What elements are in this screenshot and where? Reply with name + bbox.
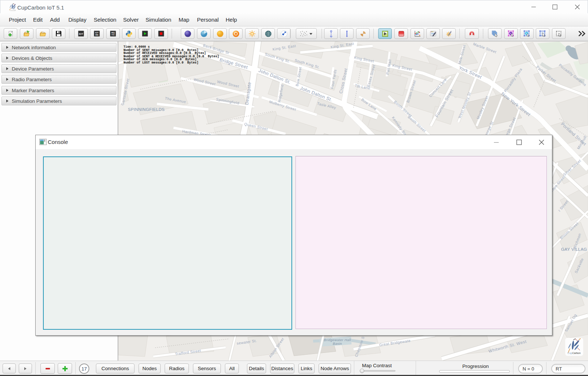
svg-text:SPINNINGFIELDS: SPINNINGFIELDS bbox=[128, 107, 165, 112]
svg-text:TT/: TT/ bbox=[111, 34, 115, 36]
svg-text:IOT: IOT bbox=[79, 33, 83, 35]
svg-text:RN: RN bbox=[95, 34, 98, 36]
svg-text:Basin: Basin bbox=[333, 342, 342, 346]
svg-text:CupCarbon: CupCarbon bbox=[567, 352, 581, 355]
svg-text:Bridgewater Hall: Bridgewater Hall bbox=[324, 338, 351, 342]
svg-text:GAY VILLAG: GAY VILLAG bbox=[561, 247, 587, 252]
